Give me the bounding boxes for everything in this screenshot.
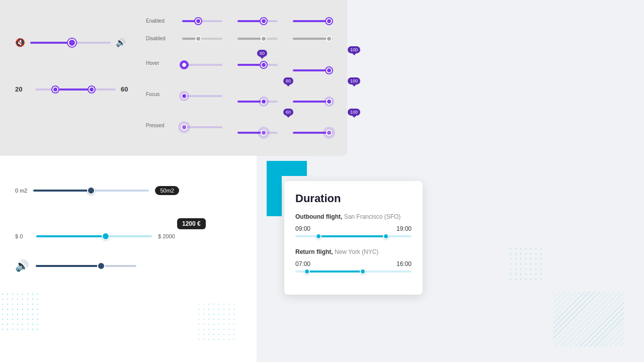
focus-tooltip-2: 60 — [283, 77, 293, 84]
pressed-slider-3[interactable] — [293, 132, 333, 134]
outbound-flight-times: 09:00 19:00 — [295, 225, 412, 232]
range-slider-block: 20 60 — [15, 85, 128, 93]
area-min-label: 0 m2 — [15, 188, 27, 194]
hover-slider-1[interactable] — [182, 64, 222, 66]
range-left-value: 20 — [15, 85, 30, 93]
state-label-focus: Focus — [146, 85, 176, 103]
return-thumb-left[interactable] — [304, 268, 310, 275]
return-flight-times: 07:00 16:00 — [295, 260, 412, 267]
volume-icon: 🔊 — [15, 259, 29, 273]
decorative-dots-br — [196, 302, 236, 342]
volume-slider-track[interactable] — [36, 265, 136, 267]
pressed-slider-2[interactable] — [237, 132, 278, 134]
duration-card: Duration Outbound flight, San Francisco … — [284, 181, 423, 295]
decorative-stripes-br — [553, 292, 624, 347]
price-max-label: $ 2000 — [158, 233, 175, 239]
disabled-slider-2 — [237, 38, 278, 40]
disabled-thumb-1 — [195, 36, 201, 42]
enabled-slider-1[interactable] — [182, 20, 222, 22]
enabled-slider-3[interactable] — [293, 20, 333, 22]
range-slider-track[interactable] — [35, 88, 116, 90]
disabled-slider-3 — [293, 38, 333, 40]
area-slider-track[interactable] — [33, 190, 149, 192]
volume-slider-row: 🔊 — [15, 259, 242, 273]
outbound-slider-track[interactable] — [295, 235, 412, 237]
audio-slider-thumb[interactable] — [68, 39, 76, 47]
price-min-label: $ 0 — [15, 233, 30, 239]
pressed-thumb-2[interactable] — [261, 130, 267, 136]
range-thumb-left[interactable] — [52, 86, 58, 93]
enabled-thumb-2[interactable] — [261, 18, 267, 24]
area-value-badge: 50m2 — [155, 186, 179, 195]
area-slider-thumb[interactable] — [87, 187, 95, 195]
outbound-flight-slider-wrap — [295, 235, 412, 237]
outbound-time-end: 19:00 — [396, 225, 412, 232]
enabled-thumb-3[interactable] — [326, 18, 332, 24]
disabled-thumb-2 — [261, 36, 267, 42]
decorative-dots-bl — [0, 292, 40, 332]
area-slider-row: 0 m2 50m2 — [15, 186, 242, 195]
decorative-dots-br2 — [508, 246, 543, 282]
price-slider-thumb[interactable] — [102, 232, 110, 240]
slider-states-panel: 🔇 🔊 20 60 Enabled — [0, 0, 347, 156]
disabled-slider-1 — [182, 38, 222, 40]
state-label-hover: Hover — [146, 54, 176, 72]
outbound-city: San Francisco (SFO) — [344, 213, 401, 220]
state-label-enabled: Enabled — [146, 12, 176, 30]
range-thumb-right[interactable] — [89, 86, 95, 93]
outbound-thumb-left[interactable] — [315, 233, 321, 239]
focus-slider-2[interactable] — [237, 101, 278, 103]
state-label-pressed: Pressed — [146, 117, 176, 134]
hover-thumb-3[interactable] — [326, 67, 332, 73]
enabled-thumb-1[interactable] — [195, 18, 201, 24]
outbound-thumb-right[interactable] — [383, 233, 389, 239]
pressed-slider-1[interactable] — [182, 126, 222, 128]
pressed-thumb-3[interactable] — [326, 130, 332, 136]
focus-thumb-3[interactable] — [326, 99, 332, 105]
hover-tooltip-3: 100 — [348, 46, 360, 53]
focus-thumb-1[interactable] — [181, 93, 187, 99]
return-time-start: 07:00 — [295, 260, 310, 267]
return-slider-track[interactable] — [295, 270, 412, 273]
outbound-time-start: 09:00 — [295, 225, 310, 232]
duration-title: Duration — [295, 192, 412, 205]
disabled-thumb-3 — [326, 36, 332, 42]
return-flight-slider-wrap — [295, 270, 412, 273]
range-right-value: 60 — [121, 85, 128, 93]
states-grid: Enabled Disabled — [146, 10, 342, 141]
vol-mute-icon: 🔇 — [15, 38, 25, 47]
return-flight-section: Return flight, New York (NYC) 07:00 16:0… — [295, 248, 412, 273]
bottom-left-section: 0 m2 50m2 1200 € $ 0 $ 2000 🔊 — [0, 156, 257, 362]
return-flight-label: Return flight, New York (NYC) — [295, 248, 412, 255]
focus-slider-3[interactable] — [293, 101, 333, 103]
volume-slider-thumb[interactable] — [97, 262, 105, 270]
state-label-disabled: Disabled — [146, 30, 176, 47]
pressed-thumb-1[interactable] — [181, 124, 187, 130]
pressed-tooltip-2: 60 — [283, 109, 293, 116]
price-tooltip: 1200 € — [177, 218, 206, 229]
enabled-slider-2[interactable] — [237, 20, 278, 22]
price-slider-track[interactable] — [36, 235, 152, 237]
hover-slider-3[interactable] — [293, 69, 333, 71]
hover-thumb-1[interactable] — [181, 61, 188, 68]
focus-tooltip-3: 100 — [348, 77, 360, 84]
outbound-flight-label: Outbound flight, San Francisco (SFO) — [295, 213, 412, 220]
hover-thumb-2[interactable] — [261, 62, 267, 68]
pressed-tooltip-3: 100 — [348, 109, 360, 116]
price-slider-row: 1200 € $ 0 $ 2000 — [15, 213, 242, 239]
focus-slider-1[interactable] — [182, 95, 222, 97]
outbound-flight-section: Outbound flight, San Francisco (SFO) 09:… — [295, 213, 412, 237]
return-time-end: 16:00 — [396, 260, 412, 267]
vol-max-icon: 🔊 — [116, 38, 126, 47]
audio-slider-block: 🔇 🔊 — [15, 38, 126, 47]
return-city: New York (NYC) — [335, 248, 378, 255]
focus-thumb-2[interactable] — [261, 99, 267, 105]
audio-slider-track[interactable] — [30, 42, 111, 44]
hover-slider-2[interactable] — [237, 64, 278, 66]
hover-tooltip-2: 60 — [257, 50, 267, 57]
return-thumb-right[interactable] — [360, 268, 366, 275]
